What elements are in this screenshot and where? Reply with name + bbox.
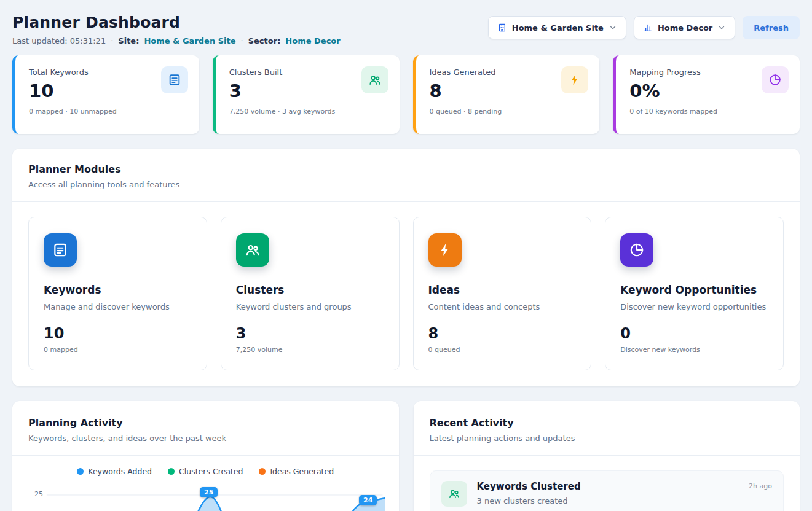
legend-dot bbox=[168, 468, 175, 475]
site-selector-label: Home & Garden Site bbox=[512, 23, 604, 33]
section-title: Recent Activity bbox=[430, 417, 784, 429]
lightning-icon bbox=[561, 66, 588, 93]
activity-list-item: Keywords Clustered 3 new clusters create… bbox=[430, 470, 784, 511]
activity-title: Keywords Clustered bbox=[477, 481, 581, 492]
module-title: Keyword Opportunities bbox=[620, 284, 768, 296]
sector-link[interactable]: Home Decor bbox=[285, 36, 340, 45]
lightning-icon bbox=[428, 233, 462, 267]
users-icon bbox=[441, 481, 467, 507]
users-icon bbox=[236, 233, 269, 267]
users-icon bbox=[361, 66, 388, 93]
stats-row: Total Keywords 10 0 mapped · 10 unmapped… bbox=[12, 55, 800, 134]
stat-card-clusters-built: Clusters Built 3 7,250 volume · 3 avg ke… bbox=[213, 55, 400, 134]
legend-label: Ideas Generated bbox=[270, 467, 334, 476]
header-left: Planner Dashboard Last updated: 05:31:21… bbox=[12, 14, 341, 45]
modules-grid: Keywords Manage and discover keywords 10… bbox=[12, 202, 800, 386]
refresh-button[interactable]: Refresh bbox=[743, 16, 800, 39]
legend-item-clusters-created: Clusters Created bbox=[168, 467, 243, 476]
planner-modules-panel: Planner Modules Access all planning tool… bbox=[12, 149, 800, 386]
module-detail: Discover new keywords bbox=[620, 346, 768, 354]
site-link[interactable]: Home & Garden Site bbox=[144, 36, 235, 45]
separator-dot: · bbox=[241, 36, 243, 45]
activity-item-text: Keywords Clustered 3 new clusters create… bbox=[477, 481, 581, 505]
module-description: Keyword clusters and groups bbox=[236, 302, 384, 311]
module-description: Content ideas and concepts bbox=[428, 302, 577, 311]
sector-label: Sector: bbox=[248, 36, 281, 45]
document-icon bbox=[44, 233, 77, 267]
planner-modules-header: Planner Modules Access all planning tool… bbox=[12, 149, 800, 202]
section-subtitle: Keywords, clusters, and ideas over the p… bbox=[28, 434, 383, 443]
module-card-clusters[interactable]: Clusters Keyword clusters and groups 3 7… bbox=[221, 217, 400, 370]
section-subtitle: Latest planning actions and updates bbox=[430, 434, 784, 443]
chevron-down-icon bbox=[609, 23, 617, 32]
module-value: 3 bbox=[236, 325, 384, 342]
planner-dashboard-page: Planner Dashboard Last updated: 05:31:21… bbox=[0, 0, 812, 511]
separator-dot: · bbox=[111, 36, 113, 45]
stat-card-mapping-progress: Mapping Progress 0% 0 of 10 keywords map… bbox=[613, 55, 800, 134]
legend-dot bbox=[259, 468, 266, 475]
section-subtitle: Access all planning tools and features bbox=[28, 180, 784, 189]
site-label: Site: bbox=[118, 36, 139, 45]
recent-activity-list: Keywords Clustered 3 new clusters create… bbox=[414, 456, 800, 511]
recent-activity-header: Recent Activity Latest planning actions … bbox=[414, 401, 800, 456]
pie-chart-icon bbox=[620, 233, 653, 267]
planning-activity-header: Planning Activity Keywords, clusters, an… bbox=[12, 401, 399, 456]
activity-timestamp: 2h ago bbox=[749, 481, 772, 490]
module-value: 0 bbox=[620, 325, 768, 342]
module-detail: 7,250 volume bbox=[236, 346, 384, 354]
legend-item-ideas-generated: Ideas Generated bbox=[259, 467, 334, 476]
section-title: Planning Activity bbox=[28, 417, 383, 429]
module-card-keywords[interactable]: Keywords Manage and discover keywords 10… bbox=[28, 217, 207, 370]
header-actions: Home & Garden Site Home Decor Refresh bbox=[488, 16, 800, 39]
recent-activity-card: Recent Activity Latest planning actions … bbox=[414, 401, 800, 511]
stat-detail: 0 mapped · 10 unmapped bbox=[29, 107, 187, 115]
stat-card-total-keywords: Total Keywords 10 0 mapped · 10 unmapped bbox=[12, 55, 199, 134]
module-title: Keywords bbox=[44, 284, 192, 296]
legend-item-keywords-added: Keywords Added bbox=[77, 467, 152, 476]
module-description: Discover new keyword opportunities bbox=[620, 302, 768, 311]
activity-description: 3 new clusters created bbox=[477, 496, 581, 505]
module-detail: 0 queued bbox=[428, 346, 577, 354]
bottom-section: Planning Activity Keywords, clusters, an… bbox=[12, 401, 800, 511]
stat-detail: 7,250 volume · 3 avg keywords bbox=[229, 107, 387, 115]
module-value: 8 bbox=[428, 325, 577, 342]
planning-activity-chart-wrap: Keywords Added Clusters Created Ideas Ge… bbox=[12, 456, 399, 511]
stat-card-ideas-generated: Ideas Generated 8 0 queued · 8 pending bbox=[413, 55, 600, 134]
module-value: 10 bbox=[44, 325, 192, 342]
module-title: Clusters bbox=[236, 284, 384, 296]
building-icon bbox=[497, 23, 507, 33]
header-subtitle: Last updated: 05:31:21 · Site: Home & Ga… bbox=[12, 36, 341, 45]
stat-detail: 0 of 10 keywords mapped bbox=[629, 107, 787, 115]
data-point-label: 24 bbox=[359, 495, 377, 505]
data-point-label: 25 bbox=[200, 487, 218, 497]
document-icon bbox=[161, 66, 188, 93]
sector-selector-dropdown[interactable]: Home Decor bbox=[634, 16, 735, 39]
page-header: Planner Dashboard Last updated: 05:31:21… bbox=[12, 14, 800, 45]
module-card-ideas[interactable]: Ideas Content ideas and concepts 8 0 que… bbox=[413, 217, 592, 370]
section-title: Planner Modules bbox=[28, 163, 784, 175]
site-selector-dropdown[interactable]: Home & Garden Site bbox=[488, 16, 626, 39]
module-title: Ideas bbox=[428, 284, 577, 296]
chart-legend: Keywords Added Clusters Created Ideas Ge… bbox=[26, 467, 385, 476]
page-title: Planner Dashboard bbox=[12, 14, 341, 31]
legend-label: Keywords Added bbox=[88, 467, 152, 476]
legend-dot bbox=[77, 468, 84, 475]
planning-activity-card: Planning Activity Keywords, clusters, an… bbox=[12, 401, 399, 511]
pie-chart-icon bbox=[762, 66, 789, 93]
planning-activity-chart: 25 25 24 bbox=[26, 481, 385, 511]
keywords-area-fill bbox=[169, 497, 385, 511]
last-updated-text: Last updated: 05:31:21 bbox=[12, 36, 106, 45]
chevron-down-icon bbox=[717, 23, 726, 32]
bar-chart-icon bbox=[643, 23, 653, 33]
module-detail: 0 mapped bbox=[44, 346, 192, 354]
module-card-keyword-opportunities[interactable]: Keyword Opportunities Discover new keywo… bbox=[605, 217, 784, 370]
sector-selector-label: Home Decor bbox=[658, 23, 712, 33]
module-description: Manage and discover keywords bbox=[44, 302, 192, 311]
stat-detail: 0 queued · 8 pending bbox=[430, 107, 588, 115]
legend-label: Clusters Created bbox=[179, 467, 243, 476]
